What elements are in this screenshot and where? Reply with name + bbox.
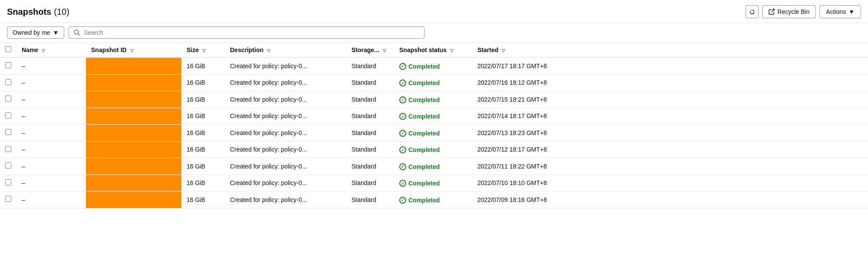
external-link-icon <box>769 9 775 15</box>
select-all-header <box>0 43 16 57</box>
row-checkbox[interactable] <box>5 96 11 102</box>
row-status: ✓Completed <box>394 175 472 192</box>
row-checkbox-cell <box>0 158 16 175</box>
row-checkbox[interactable] <box>5 179 11 185</box>
row-storage: Standard <box>346 108 394 125</box>
completed-check-icon: ✓ <box>399 113 406 120</box>
row-name: – <box>16 108 86 125</box>
search-icon <box>73 29 80 36</box>
search-container <box>69 26 424 39</box>
col-header-name[interactable]: Name ▽ <box>16 43 86 57</box>
row-size: 16 GiB <box>181 158 225 175</box>
row-started: 2022/07/09 18:16 GMT+8 <box>472 192 868 208</box>
status-text: Completed <box>408 113 440 120</box>
table-row: –16 GiBCreated for policy: policy-0...St… <box>0 141 868 158</box>
snapshot-id-sort-icon: ▽ <box>130 48 134 53</box>
row-storage: Standard <box>346 125 394 142</box>
row-storage: Standard <box>346 175 394 192</box>
status-completed: ✓Completed <box>399 79 440 86</box>
row-checkbox[interactable] <box>5 146 11 152</box>
row-description: Created for policy: policy-0... <box>225 108 346 125</box>
status-sort-icon: ▽ <box>450 48 454 53</box>
row-size: 16 GiB <box>181 175 225 192</box>
col-header-size[interactable]: Size ▽ <box>181 43 225 57</box>
row-checkbox[interactable] <box>5 162 11 169</box>
actions-chevron-icon: ▼ <box>848 8 855 15</box>
row-status: ✓Completed <box>394 192 472 208</box>
row-snapshot-id <box>86 192 181 208</box>
completed-check-icon: ✓ <box>399 63 406 70</box>
row-name: – <box>16 175 86 192</box>
status-completed: ✓Completed <box>399 197 440 204</box>
storage-sort-icon: ▽ <box>383 48 386 53</box>
row-checkbox[interactable] <box>5 129 11 135</box>
col-header-description[interactable]: Description ▽ <box>225 43 346 57</box>
row-started: 2022/07/14 18:17 GMT+8 <box>472 108 868 125</box>
row-storage: Standard <box>346 192 394 208</box>
toolbar: Owned by me ▼ <box>0 23 868 43</box>
row-size: 16 GiB <box>181 91 225 108</box>
row-status: ✓Completed <box>394 158 472 175</box>
row-checkbox[interactable] <box>5 112 11 119</box>
status-text: Completed <box>408 79 440 86</box>
row-checkbox[interactable] <box>5 196 11 202</box>
table-row: –16 GiBCreated for policy: policy-0...St… <box>0 125 868 142</box>
row-name: – <box>16 57 86 74</box>
table-row: –16 GiBCreated for policy: policy-0...St… <box>0 108 868 125</box>
search-input[interactable] <box>84 29 420 36</box>
row-checkbox-cell <box>0 125 16 142</box>
status-completed: ✓Completed <box>399 146 440 153</box>
row-storage: Standard <box>346 74 394 91</box>
select-all-checkbox[interactable] <box>5 46 11 52</box>
status-completed: ✓Completed <box>399 113 440 120</box>
page-title: Snapshots <box>7 7 51 17</box>
row-started: 2022/07/10 18:10 GMT+8 <box>472 175 868 192</box>
row-storage: Standard <box>346 91 394 108</box>
page-header: Snapshots (10) Recycle Bin Actions ▼ <box>0 0 868 23</box>
completed-check-icon: ✓ <box>399 130 406 137</box>
refresh-icon <box>750 8 755 15</box>
row-status: ✓Completed <box>394 108 472 125</box>
started-sort-icon: ▽ <box>502 48 505 53</box>
row-started: 2022/07/15 18:21 GMT+8 <box>472 91 868 108</box>
col-header-status[interactable]: Snapshot status ▽ <box>394 43 472 57</box>
completed-check-icon: ✓ <box>399 79 406 86</box>
row-checkbox-cell <box>0 108 16 125</box>
row-storage: Standard <box>346 57 394 74</box>
row-snapshot-id <box>86 91 181 108</box>
recycle-bin-button[interactable]: Recycle Bin <box>762 5 816 18</box>
owned-by-filter-button[interactable]: Owned by me ▼ <box>7 26 64 39</box>
row-checkbox[interactable] <box>5 62 11 68</box>
status-completed: ✓Completed <box>399 96 440 103</box>
row-size: 16 GiB <box>181 192 225 208</box>
snapshot-count: (10) <box>54 7 69 17</box>
row-snapshot-id <box>86 158 181 175</box>
table-row: –16 GiBCreated for policy: policy-0...St… <box>0 91 868 108</box>
col-header-snapshot-id[interactable]: Snapshot ID ▽ <box>86 43 181 57</box>
row-snapshot-id <box>86 175 181 192</box>
recycle-bin-label: Recycle Bin <box>777 8 809 15</box>
actions-button[interactable]: Actions ▼ <box>819 5 861 18</box>
table-row: –16 GiBCreated for policy: policy-0...St… <box>0 192 868 208</box>
row-checkbox[interactable] <box>5 79 11 85</box>
row-name: – <box>16 125 86 142</box>
row-name: – <box>16 91 86 108</box>
row-checkbox-cell <box>0 91 16 108</box>
status-text: Completed <box>408 63 440 70</box>
refresh-button[interactable] <box>746 5 759 18</box>
completed-check-icon: ✓ <box>399 96 406 103</box>
row-status: ✓Completed <box>394 125 472 142</box>
row-started: 2022/07/11 18:22 GMT+8 <box>472 158 868 175</box>
filter-label: Owned by me <box>13 29 50 36</box>
table-body: –16 GiBCreated for policy: policy-0...St… <box>0 57 868 208</box>
status-text: Completed <box>408 96 440 103</box>
row-name: – <box>16 158 86 175</box>
row-name: – <box>16 192 86 208</box>
row-checkbox-cell <box>0 74 16 91</box>
description-sort-icon: ▽ <box>267 48 270 53</box>
table-row: –16 GiBCreated for policy: policy-0...St… <box>0 57 868 74</box>
col-header-started[interactable]: Started ▽ <box>472 43 868 57</box>
col-header-storage[interactable]: Storage... ▽ <box>346 43 394 57</box>
status-text: Completed <box>408 163 440 170</box>
row-started: 2022/07/13 18:23 GMT+8 <box>472 125 868 142</box>
